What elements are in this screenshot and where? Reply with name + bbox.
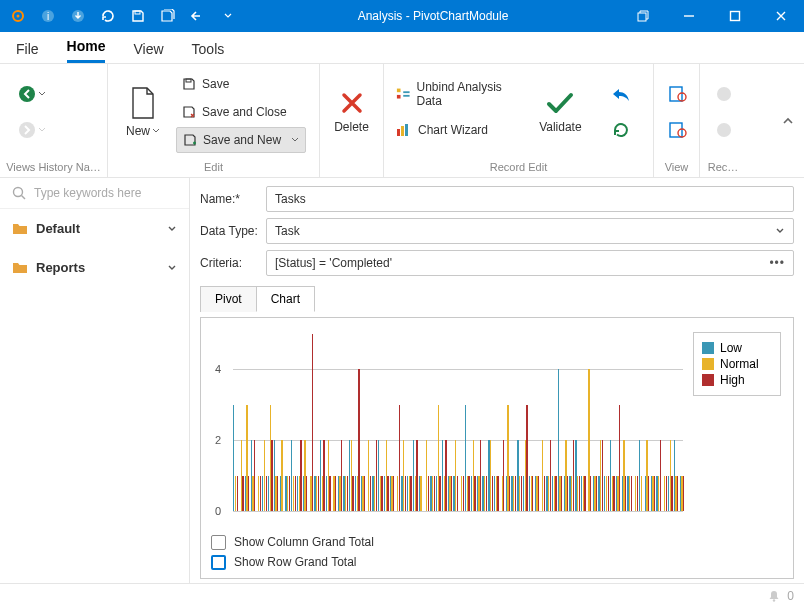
svg-point-10 <box>19 122 35 138</box>
ribbon-group-nav-label: Views History Na… <box>0 159 107 177</box>
validate-label: Validate <box>539 120 581 134</box>
qat-dropdown-icon[interactable] <box>216 4 240 28</box>
info-icon[interactable]: i <box>36 4 60 28</box>
notification-count: 0 <box>787 589 794 603</box>
panel-tabs: Pivot Chart <box>200 286 794 312</box>
undo-icon[interactable] <box>186 4 210 28</box>
document-icon <box>129 86 157 120</box>
svg-text:i: i <box>47 11 49 22</box>
svg-rect-13 <box>397 94 401 98</box>
name-label: Name:* <box>200 192 258 206</box>
tab-pivot[interactable]: Pivot <box>200 286 257 312</box>
menubar: File Home View Tools <box>0 32 804 64</box>
tab-file[interactable]: File <box>16 35 39 63</box>
tree-label: Default <box>36 221 80 236</box>
workspace: Type keywords here Default Reports Name:… <box>0 178 804 583</box>
download-icon[interactable] <box>66 4 90 28</box>
chart-panel: 024 Low Normal High Show Column Grand To… <box>200 317 794 579</box>
rec2-button[interactable] <box>710 116 738 144</box>
delete-button[interactable]: Delete <box>326 69 377 155</box>
chevron-down-icon <box>291 136 299 144</box>
criteria-field[interactable]: [Status] = 'Completed'••• <box>266 250 794 276</box>
statusbar: 0 <box>0 583 804 607</box>
datatype-value: Task <box>275 224 300 238</box>
checkbox-icon <box>211 555 226 570</box>
chevron-down-icon <box>775 226 785 236</box>
criteria-label: Criteria: <box>200 256 258 270</box>
tree-item-default[interactable]: Default <box>0 215 189 242</box>
save-and-close-button[interactable]: Save and Close <box>176 99 306 125</box>
col-total-label: Show Column Grand Total <box>234 535 374 549</box>
tree-label: Reports <box>36 260 85 275</box>
tab-home[interactable]: Home <box>67 32 106 63</box>
chart-wizard-icon <box>396 123 412 137</box>
nav-back-button[interactable] <box>10 80 54 108</box>
refresh-button[interactable] <box>599 116 643 144</box>
svg-rect-18 <box>405 124 408 136</box>
quick-access-toolbar: i <box>0 4 246 28</box>
svg-point-24 <box>717 123 731 137</box>
check-icon <box>545 90 575 116</box>
reply-button[interactable] <box>599 80 643 108</box>
sidebar: Type keywords here Default Reports <box>0 178 190 583</box>
svg-point-25 <box>14 188 23 197</box>
nav-forward-button[interactable] <box>10 116 54 144</box>
view1-button[interactable] <box>664 80 692 108</box>
ribbon-group-edit-label: Edit <box>108 159 319 177</box>
new-button[interactable]: New <box>114 69 172 155</box>
row-total-label: Show Row Grand Total <box>234 555 357 569</box>
save-new-icon <box>183 133 197 147</box>
show-column-total-checkbox[interactable]: Show Column Grand Total <box>211 532 783 552</box>
chart-plot[interactable]: 024 <box>209 324 687 526</box>
restore-down-icon[interactable] <box>620 0 666 32</box>
save-all-icon[interactable] <box>156 4 180 28</box>
chart-legend: Low Normal High <box>693 332 781 396</box>
chart-wizard-button[interactable]: Chart Wizard <box>390 117 526 143</box>
legend-low: Low <box>720 341 742 355</box>
unbind-label: Unbind Analysis Data <box>416 80 519 108</box>
unbind-analysis-button[interactable]: Unbind Analysis Data <box>390 81 526 107</box>
name-value: Tasks <box>275 192 306 206</box>
svg-rect-8 <box>731 12 740 21</box>
datatype-label: Data Type: <box>200 224 258 238</box>
chart-options: Show Column Grand Total Show Row Grand T… <box>209 526 785 574</box>
close-icon[interactable] <box>758 0 804 32</box>
ribbon-group-rec-label: Rec… <box>700 159 746 177</box>
name-field[interactable]: Tasks <box>266 186 794 212</box>
validate-button[interactable]: Validate <box>534 69 587 155</box>
svg-rect-5 <box>135 11 140 14</box>
tab-view[interactable]: View <box>133 35 163 63</box>
delete-label: Delete <box>334 120 369 134</box>
minimize-icon[interactable] <box>666 0 712 32</box>
save-icon[interactable] <box>126 4 150 28</box>
save-close-label: Save and Close <box>202 105 287 119</box>
svg-point-9 <box>19 86 35 102</box>
folder-icon <box>12 261 28 274</box>
maximize-icon[interactable] <box>712 0 758 32</box>
chevron-down-icon <box>167 263 177 273</box>
bell-icon[interactable] <box>767 589 781 603</box>
view2-button[interactable] <box>664 116 692 144</box>
search-input[interactable]: Type keywords here <box>0 178 189 209</box>
main: Name:* Tasks Data Type: Task Criteria: [… <box>190 178 804 583</box>
ribbon-collapse-button[interactable] <box>778 111 798 131</box>
rec1-button[interactable] <box>710 80 738 108</box>
gear-icon[interactable] <box>6 4 30 28</box>
ellipsis-icon[interactable]: ••• <box>769 256 785 270</box>
refresh-icon[interactable] <box>96 4 120 28</box>
svg-point-1 <box>17 15 20 18</box>
legend-swatch-high <box>702 374 714 386</box>
save-label: Save <box>202 77 229 91</box>
delete-icon <box>339 90 365 116</box>
tree-item-reports[interactable]: Reports <box>0 254 189 281</box>
datatype-field[interactable]: Task <box>266 218 794 244</box>
search-placeholder: Type keywords here <box>34 186 141 200</box>
save-button[interactable]: Save <box>176 71 306 97</box>
tab-tools[interactable]: Tools <box>192 35 225 63</box>
save-close-icon <box>182 105 196 119</box>
save-and-new-button[interactable]: Save and New <box>176 127 306 153</box>
show-row-total-checkbox[interactable]: Show Row Grand Total <box>211 552 783 572</box>
tab-chart[interactable]: Chart <box>256 286 315 312</box>
checkbox-icon <box>211 535 226 550</box>
save-icon <box>182 77 196 91</box>
